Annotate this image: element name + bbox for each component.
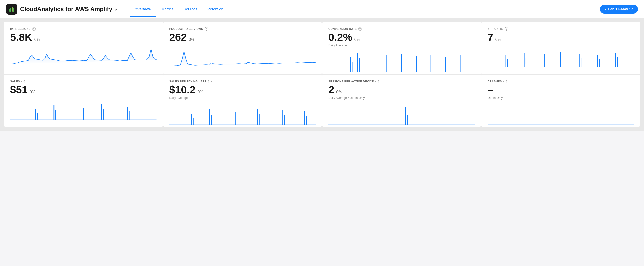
chart-crashes <box>488 102 634 127</box>
metric-change-sessions-per-active-device: 0% <box>336 90 342 94</box>
chart-app-units <box>488 44 634 69</box>
chart-conversion-rate <box>328 49 475 74</box>
metric-change-conversion-rate: 0% <box>354 37 360 42</box>
metric-label-sessions-per-active-device: SESSIONS PER ACTIVE DEVICE ? <box>328 80 475 83</box>
metric-value-row-app-units: 7 0% <box>488 32 634 43</box>
metric-subtitle-sessions-per-active-device: Daily Average • Opt-in Only <box>328 96 475 100</box>
app-title-chevron: ⌄ <box>114 6 118 12</box>
metric-value-row-product-page-views: 262 0% <box>169 32 316 43</box>
metrics-grid: IMPRESSIONS ? 5.8K 0% <box>0 18 644 131</box>
metric-value-row-impressions: 5.8K 0% <box>10 32 157 43</box>
chart-sessions-per-active-device <box>328 102 475 127</box>
metric-change-impressions: 0% <box>34 37 40 42</box>
date-range-button[interactable]: ‹ Feb 17–May 17 <box>600 5 638 14</box>
metric-value-impressions: 5.8K <box>10 32 32 43</box>
metric-value-sales: $51 <box>10 84 28 96</box>
metric-value-row-sales: $51 0% <box>10 84 157 96</box>
tab-retention[interactable]: Retention <box>202 1 228 17</box>
metric-subtitle-crashes: Opt-in Only <box>488 96 634 100</box>
metric-card-sessions-per-active-device: SESSIONS PER ACTIVE DEVICE ? 2 0% Daily … <box>322 75 481 127</box>
tab-overview[interactable]: Overview <box>130 1 156 17</box>
help-icon-crashes[interactable]: ? <box>503 80 507 83</box>
metric-label-sales: SALES ? <box>10 80 157 83</box>
app-icon <box>6 4 17 15</box>
chart-sales-per-paying-user <box>169 102 316 127</box>
main-content: IMPRESSIONS ? 5.8K 0% <box>0 18 644 131</box>
help-icon-sales-per-paying-user[interactable]: ? <box>208 80 212 83</box>
metric-value-crashes: – <box>488 84 493 96</box>
metric-value-sales-per-paying-user: $10.2 <box>169 84 196 96</box>
metric-value-row-sessions-per-active-device: 2 0% <box>328 84 475 96</box>
metric-card-product-page-views: PRODUCT PAGE VIEWS ? 262 0% <box>163 22 322 74</box>
metric-subtitle-sales-per-paying-user: Daily Average <box>169 96 316 100</box>
metric-change-product-page-views: 0% <box>189 37 195 42</box>
metric-change-app-units: 0% <box>495 37 501 42</box>
metric-label-impressions: IMPRESSIONS ? <box>10 27 157 31</box>
metric-card-sales-per-paying-user: SALES PER PAYING USER ? $10.2 0% Daily A… <box>163 75 322 127</box>
metric-label-conversion-rate: CONVERSION RATE ? <box>328 27 475 31</box>
metric-value-app-units: 7 <box>488 32 493 43</box>
metric-card-conversion-rate: CONVERSION RATE ? 0.2% 0% Daily Average <box>322 22 481 74</box>
nav-tabs: Overview Metrics Sources Retention <box>130 1 228 17</box>
help-icon-product-page-views[interactable]: ? <box>205 27 208 31</box>
metric-value-row-sales-per-paying-user: $10.2 0% <box>169 84 316 96</box>
metric-value-row-crashes: – <box>488 84 634 96</box>
date-range-label: Feb 17–May 17 <box>608 7 633 11</box>
metric-value-product-page-views: 262 <box>169 32 187 43</box>
help-icon-sales[interactable]: ? <box>21 80 25 83</box>
help-icon-app-units[interactable]: ? <box>505 27 508 31</box>
metric-value-sessions-per-active-device: 2 <box>328 84 334 96</box>
metric-label-crashes: CRASHES ? <box>488 80 634 83</box>
metric-subtitle-conversion-rate: Daily Average <box>328 44 475 47</box>
metric-card-app-units: APP UNITS ? 7 0% <box>481 22 640 74</box>
metric-card-sales: SALES ? $51 0% <box>4 75 163 127</box>
metric-card-crashes: CRASHES ? – Opt-in Only <box>481 75 640 127</box>
svg-rect-2 <box>12 7 13 12</box>
date-range-arrow-left: ‹ <box>605 7 606 11</box>
tab-sources[interactable]: Sources <box>179 1 202 17</box>
help-icon-sessions-per-active-device[interactable]: ? <box>375 80 379 83</box>
metric-value-conversion-rate: 0.2% <box>328 32 352 43</box>
help-icon-impressions[interactable]: ? <box>32 27 36 31</box>
metric-label-app-units: APP UNITS ? <box>488 27 634 31</box>
metric-label-sales-per-paying-user: SALES PER PAYING USER ? <box>169 80 316 83</box>
app-title[interactable]: CloudAnalytics for AWS Amplify ⌄ <box>20 6 118 13</box>
chart-impressions <box>10 44 157 69</box>
metric-change-sales: 0% <box>30 90 35 94</box>
help-icon-conversion-rate[interactable]: ? <box>358 27 362 31</box>
app-brand: CloudAnalytics for AWS Amplify ⌄ <box>6 4 118 15</box>
chart-product-page-views <box>169 44 316 69</box>
tab-metrics[interactable]: Metrics <box>156 1 178 17</box>
metric-label-product-page-views: PRODUCT PAGE VIEWS ? <box>169 27 316 31</box>
chart-sales <box>10 97 157 122</box>
svg-rect-1 <box>10 8 11 12</box>
metric-card-impressions: IMPRESSIONS ? 5.8K 0% <box>4 22 163 74</box>
svg-rect-3 <box>13 8 14 12</box>
svg-rect-0 <box>9 9 10 12</box>
app-title-text: CloudAnalytics for AWS Amplify <box>20 6 112 13</box>
app-header: CloudAnalytics for AWS Amplify ⌄ Overvie… <box>0 0 644 18</box>
metric-value-row-conversion-rate: 0.2% 0% <box>328 32 475 43</box>
metric-change-sales-per-paying-user: 0% <box>198 90 203 94</box>
